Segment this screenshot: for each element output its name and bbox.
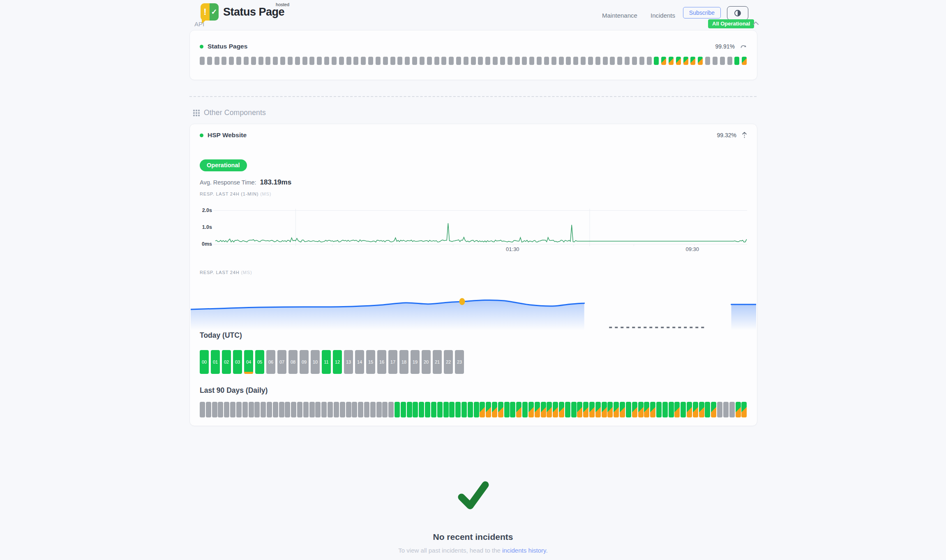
incidents-history-link[interactable]: incidents history	[502, 547, 546, 554]
hour-block-07[interactable]: 07	[277, 350, 286, 374]
daily-uptime-bar[interactable]	[571, 402, 577, 417]
daily-uptime-bar[interactable]	[498, 402, 503, 417]
hour-block-19[interactable]: 19	[411, 350, 420, 374]
uptime-bar[interactable]	[690, 57, 695, 65]
uptime-bar[interactable]	[302, 57, 307, 65]
daily-uptime-bar[interactable]	[662, 402, 668, 417]
daily-uptime-bar[interactable]	[589, 402, 595, 417]
uptime-bar[interactable]	[332, 57, 337, 65]
daily-uptime-bar[interactable]	[431, 402, 436, 417]
hour-block-06[interactable]: 06	[266, 350, 275, 374]
daily-uptime-bar[interactable]	[401, 402, 406, 417]
uptime-bar[interactable]	[493, 57, 498, 65]
daily-uptime-bar[interactable]	[626, 402, 631, 417]
uptime-bar[interactable]	[683, 57, 688, 65]
uptime-bar[interactable]	[427, 57, 432, 65]
uptime-bar[interactable]	[544, 57, 549, 65]
uptime-bar[interactable]	[441, 57, 446, 65]
hour-block-09[interactable]: 09	[300, 350, 309, 374]
daily-uptime-bar[interactable]	[474, 402, 479, 417]
daily-uptime-bar[interactable]	[303, 402, 309, 417]
daily-uptime-bar[interactable]	[705, 402, 710, 417]
daily-uptime-bar[interactable]	[741, 402, 747, 417]
daily-uptime-bar[interactable]	[206, 402, 211, 417]
uptime-bar[interactable]	[734, 57, 739, 65]
uptime-bar[interactable]	[742, 57, 747, 65]
uptime-bar[interactable]	[273, 57, 278, 65]
hour-block-01[interactable]: 01	[211, 350, 220, 374]
uptime-bar[interactable]	[353, 57, 358, 65]
uptime-bar[interactable]	[258, 57, 263, 65]
daily-uptime-bar[interactable]	[315, 402, 321, 417]
response-time-line-chart[interactable]: 2.0s1.0s0ms01:3009:30	[200, 206, 747, 253]
uptime-bar[interactable]	[529, 57, 534, 65]
hour-block-03[interactable]: 03	[233, 350, 242, 374]
uptime-bar[interactable]	[361, 57, 366, 65]
hour-block-15[interactable]: 15	[366, 350, 375, 374]
hour-block-12[interactable]: 12	[333, 350, 342, 374]
daily-uptime-bar[interactable]	[693, 402, 698, 417]
hour-block-23[interactable]: 23	[455, 350, 464, 374]
daily-uptime-bar[interactable]	[285, 402, 290, 417]
uptime-bar[interactable]	[236, 57, 241, 65]
uptime-bar[interactable]	[676, 57, 681, 65]
daily-uptime-bar[interactable]	[267, 402, 272, 417]
uptime-bar[interactable]	[551, 57, 556, 65]
hour-block-10[interactable]: 10	[311, 350, 320, 374]
hour-block-05[interactable]: 05	[255, 350, 264, 374]
response-time-area-chart[interactable]	[191, 283, 756, 330]
uptime-bar[interactable]	[705, 57, 710, 65]
daily-uptime-bar[interactable]	[717, 402, 722, 417]
hour-block-02[interactable]: 02	[222, 350, 231, 374]
daily-uptime-bar[interactable]	[364, 402, 369, 417]
hour-block-13[interactable]: 13	[344, 350, 353, 374]
daily-uptime-bar[interactable]	[249, 402, 254, 417]
hour-block-20[interactable]: 20	[422, 350, 431, 374]
daily-uptime-bar[interactable]	[236, 402, 242, 417]
uptime-bar[interactable]	[200, 57, 205, 65]
daily-uptime-bar[interactable]	[443, 402, 449, 417]
daily-uptime-bar[interactable]	[455, 402, 461, 417]
uptime-bar[interactable]	[581, 57, 586, 65]
daily-uptime-bar[interactable]	[528, 402, 534, 417]
daily-uptime-bar[interactable]	[376, 402, 382, 417]
uptime-bar[interactable]	[471, 57, 476, 65]
daily-uptime-bar[interactable]	[370, 402, 376, 417]
uptime-bar[interactable]	[639, 57, 644, 65]
daily-uptime-bar[interactable]	[254, 402, 260, 417]
daily-uptime-bar[interactable]	[321, 402, 327, 417]
uptime-bar[interactable]	[610, 57, 615, 65]
daily-uptime-bar[interactable]	[328, 402, 333, 417]
uptime-bar[interactable]	[295, 57, 300, 65]
uptime-bar[interactable]	[390, 57, 395, 65]
uptime-bar[interactable]	[449, 57, 454, 65]
daily-uptime-bar[interactable]	[297, 402, 302, 417]
daily-uptime-bar[interactable]	[644, 402, 649, 417]
daily-uptime-bar[interactable]	[309, 402, 315, 417]
daily-uptime-bar[interactable]	[687, 402, 692, 417]
daily-uptime-bar[interactable]	[711, 402, 716, 417]
uptime-bar[interactable]	[397, 57, 402, 65]
uptime-bar[interactable]	[522, 57, 527, 65]
uptime-bar[interactable]	[647, 57, 652, 65]
uptime-bar[interactable]	[617, 57, 622, 65]
daily-uptime-bar[interactable]	[468, 402, 473, 417]
uptime-bar[interactable]	[515, 57, 520, 65]
chevron-up-icon[interactable]	[752, 21, 759, 25]
uptime-bar[interactable]	[485, 57, 490, 65]
daily-uptime-bar[interactable]	[650, 402, 655, 417]
uptime-bar[interactable]	[368, 57, 373, 65]
daily-uptime-bar[interactable]	[577, 402, 582, 417]
hour-block-17[interactable]: 17	[388, 350, 397, 374]
daily-uptime-bar[interactable]	[736, 402, 741, 417]
daily-uptime-bar[interactable]	[620, 402, 625, 417]
uptime-bar[interactable]	[566, 57, 571, 65]
daily-uptime-bar[interactable]	[334, 402, 339, 417]
daily-uptime-bar[interactable]	[510, 402, 515, 417]
hour-block-11[interactable]: 11	[322, 350, 331, 374]
uptime-bar[interactable]	[573, 57, 578, 65]
daily-uptime-bar[interactable]	[729, 402, 735, 417]
uptime-bar[interactable]	[632, 57, 637, 65]
uptime-bar[interactable]	[669, 57, 674, 65]
uptime-bar[interactable]	[464, 57, 468, 65]
